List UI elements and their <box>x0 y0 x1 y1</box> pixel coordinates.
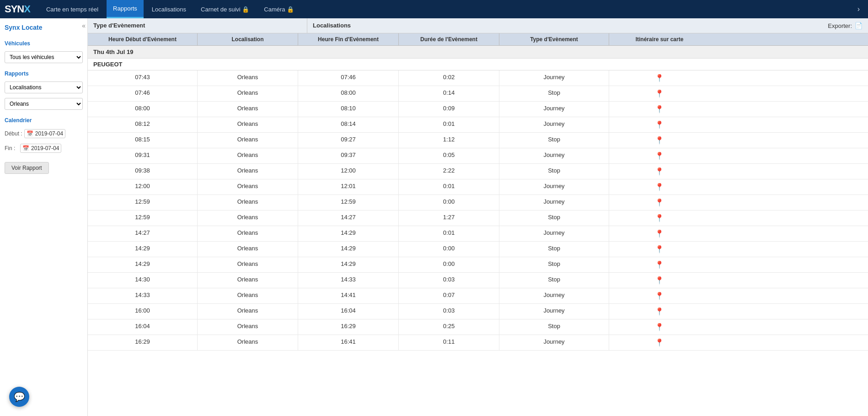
map-pin-icon[interactable]: 📍 <box>655 74 664 82</box>
table-row: 14:29 Orleans 14:29 0:00 Stop 📍 <box>88 242 868 257</box>
sidebar-collapse-btn[interactable]: « <box>82 22 86 29</box>
map-pin-icon[interactable]: 📍 <box>655 167 664 175</box>
table-sub-header: Heure Début d'Evènement Localisation Heu… <box>88 33 868 46</box>
header-exporter: Exporter: 📄 <box>822 18 868 33</box>
nav-carte[interactable]: Carte en temps réel <box>40 0 105 18</box>
map-pin-icon[interactable]: 📍 <box>655 152 664 160</box>
map-pin-icon[interactable]: 📍 <box>655 261 664 269</box>
vehicles-select[interactable]: Tous les véhicules <box>5 51 83 63</box>
map-pin-icon[interactable]: 📍 <box>655 230 664 238</box>
map-pin-icon[interactable]: 📍 <box>655 214 664 222</box>
cell-map-pin[interactable]: 📍 <box>609 273 710 288</box>
table-row: 12:59 Orleans 12:59 0:00 Journey 📍 <box>88 195 868 211</box>
cell-start-time: 14:27 <box>88 226 198 241</box>
cell-duration: 2:22 <box>399 164 499 179</box>
map-pin-icon[interactable]: 📍 <box>655 276 664 284</box>
table-row: 07:46 Orleans 08:00 0:14 Stop 📍 <box>88 86 868 102</box>
cell-map-pin[interactable]: 📍 <box>609 148 710 163</box>
cell-end-time: 14:27 <box>298 211 399 226</box>
cell-type: Journey <box>499 288 609 303</box>
debut-label: Début : <box>5 130 22 137</box>
cell-map-pin[interactable]: 📍 <box>609 335 710 350</box>
cell-map-pin[interactable]: 📍 <box>609 319 710 335</box>
cell-map-pin[interactable]: 📍 <box>609 179 710 194</box>
cell-end-time: 09:27 <box>298 133 399 148</box>
cell-map-pin[interactable]: 📍 <box>609 226 710 241</box>
map-pin-icon[interactable]: 📍 <box>655 90 664 97</box>
table-row: 16:00 Orleans 16:04 0:03 Journey 📍 <box>88 304 868 319</box>
cell-end-time: 16:04 <box>298 304 399 319</box>
cell-map-pin[interactable]: 📍 <box>609 102 710 117</box>
nav-carnet[interactable]: Carnet de suivi 🔒 <box>194 0 256 18</box>
cell-start-time: 08:15 <box>88 133 198 148</box>
map-pin-icon[interactable]: 📍 <box>655 121 664 129</box>
sidebar-vehicles-label: Véhicules <box>5 40 83 47</box>
nav-localisations[interactable]: Localisations <box>145 0 193 18</box>
map-pin-icon[interactable]: 📍 <box>655 245 664 253</box>
fin-label: Fin : <box>5 145 18 151</box>
cell-location: Orleans <box>198 117 298 132</box>
cell-duration: 0:14 <box>399 86 499 101</box>
sub-header-heure-fin: Heure Fin d'Evènement <box>298 33 399 45</box>
cell-map-pin[interactable]: 📍 <box>609 288 710 303</box>
map-pin-icon[interactable]: 📍 <box>655 323 664 331</box>
logo: SYN X <box>5 3 31 15</box>
cell-map-pin[interactable]: 📍 <box>609 164 710 179</box>
cell-start-time: 12:59 <box>88 195 198 210</box>
cell-location: Orleans <box>198 273 298 288</box>
table-row: 14:30 Orleans 14:33 0:03 Stop 📍 <box>88 273 868 288</box>
cell-duration: 0:00 <box>399 195 499 210</box>
sub-header-heure-debut: Heure Début d'Evènement <box>88 33 198 45</box>
cell-duration: 0:03 <box>399 273 499 288</box>
debut-date-input[interactable]: 📅 2019-07-04 <box>24 129 65 138</box>
table-row: 08:15 Orleans 09:27 1:12 Stop 📍 <box>88 133 868 148</box>
cell-duration: 0:05 <box>399 148 499 163</box>
cell-end-time: 14:29 <box>298 226 399 241</box>
cell-start-time: 09:31 <box>88 148 198 163</box>
cell-end-time: 16:41 <box>298 335 399 350</box>
chat-button[interactable]: 💬 <box>9 387 29 407</box>
cell-map-pin[interactable]: 📍 <box>609 242 710 257</box>
cell-map-pin[interactable]: 📍 <box>609 86 710 101</box>
cell-start-time: 12:59 <box>88 211 198 226</box>
nav-camera[interactable]: Caméra 🔒 <box>257 0 300 18</box>
cell-duration: 0:01 <box>399 117 499 132</box>
cell-map-pin[interactable]: 📍 <box>609 117 710 132</box>
fin-date-value: 2019-07-04 <box>31 145 59 151</box>
table-row: 09:31 Orleans 09:37 0:05 Journey 📍 <box>88 148 868 164</box>
cell-type: Journey <box>499 102 609 117</box>
location-select[interactable]: Orleans <box>5 98 83 110</box>
map-pin-icon[interactable]: 📍 <box>655 136 664 144</box>
table-row: 08:12 Orleans 08:14 0:01 Journey 📍 <box>88 117 868 133</box>
cell-map-pin[interactable]: 📍 <box>609 304 710 319</box>
fin-row: Fin : 📅 2019-07-04 <box>5 144 83 153</box>
nav-collapse-arrow[interactable]: › <box>854 5 863 13</box>
cell-type: Journey <box>499 117 609 132</box>
cell-location: Orleans <box>198 70 298 86</box>
map-pin-icon[interactable]: 📍 <box>655 199 664 206</box>
voir-rapport-button[interactable]: Voir Rapport <box>5 162 49 174</box>
cell-location: Orleans <box>198 148 298 163</box>
map-pin-icon[interactable]: 📍 <box>655 339 664 346</box>
cell-type: Stop <box>499 319 609 335</box>
export-icon[interactable]: 📄 <box>855 22 863 29</box>
cell-map-pin[interactable]: 📍 <box>609 70 710 86</box>
cell-end-time: 12:01 <box>298 179 399 194</box>
cell-map-pin[interactable]: 📍 <box>609 195 710 210</box>
table-rows-container: 07:43 Orleans 07:46 0:02 Journey 📍 07:46… <box>88 70 868 351</box>
cell-location: Orleans <box>198 164 298 179</box>
table-row: 07:43 Orleans 07:46 0:02 Journey 📍 <box>88 70 868 86</box>
map-pin-icon[interactable]: 📍 <box>655 183 664 191</box>
fin-date-input[interactable]: 📅 2019-07-04 <box>20 144 61 153</box>
cell-map-pin[interactable]: 📍 <box>609 211 710 226</box>
map-pin-icon[interactable]: 📍 <box>655 105 664 113</box>
nav-rapports[interactable]: Rapports <box>107 0 144 18</box>
rapports-select[interactable]: Localisations <box>5 81 83 93</box>
map-pin-icon[interactable]: 📍 <box>655 292 664 300</box>
cell-type: Stop <box>499 86 609 101</box>
cell-type: Journey <box>499 226 609 241</box>
cell-end-time: 14:29 <box>298 257 399 272</box>
map-pin-icon[interactable]: 📍 <box>655 308 664 315</box>
cell-map-pin[interactable]: 📍 <box>609 257 710 272</box>
cell-map-pin[interactable]: 📍 <box>609 133 710 148</box>
